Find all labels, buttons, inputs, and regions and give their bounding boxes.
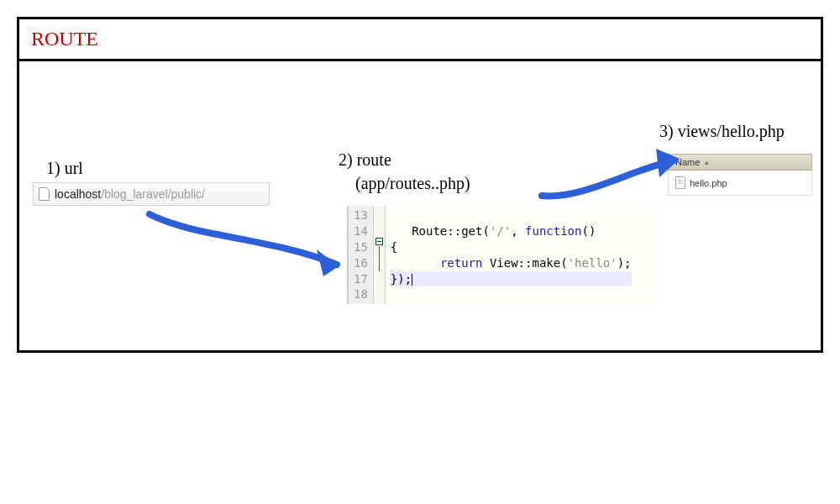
svg-marker-0 [317, 249, 339, 276]
fold-minus-icon[interactable] [375, 238, 383, 245]
page-icon [39, 187, 50, 201]
arrow-url-to-route [137, 204, 364, 297]
fold-stem [379, 246, 380, 271]
code-line: return View::make('hello'); [391, 255, 632, 271]
browser-address-bar[interactable]: localhost/blog_laravel/public/ [33, 182, 270, 206]
diagram-frame: ROUTE 1) url 2) route (app/routes..php) … [17, 17, 823, 353]
text-cursor [412, 274, 412, 286]
code-body[interactable]: Route::get('/', function() { return View… [386, 206, 637, 304]
code-line [391, 207, 632, 223]
step-2-sublabel: (app/routes..php) [355, 174, 470, 193]
step-2-label: 2) route [339, 150, 391, 170]
step-1-label: 1) url [46, 159, 83, 178]
line-number: 14 [354, 223, 368, 239]
code-line-active: }); [391, 271, 632, 287]
line-number: 13 [354, 207, 368, 223]
title-bar: ROUTE [19, 19, 821, 61]
column-header-name: Name [675, 157, 700, 167]
file-row[interactable]: hello.php [668, 171, 812, 196]
url-host: localhost [55, 187, 101, 201]
line-number-gutter: 13 14 15 16 17 18 [347, 206, 374, 304]
fold-column [374, 206, 386, 304]
line-number: 18 [354, 286, 368, 302]
code-editor: 13 14 15 16 17 18 Route::get('/', functi… [347, 206, 658, 304]
url-path: /blog_laravel/public/ [101, 187, 205, 201]
step-3-label: 3) views/hello.php [659, 122, 785, 141]
code-line: { [391, 239, 632, 255]
file-explorer: Name ▲ hello.php [668, 154, 812, 196]
file-explorer-header[interactable]: Name ▲ [668, 154, 812, 171]
line-number: 16 [354, 255, 368, 271]
line-number: 17 [354, 271, 368, 287]
diagram-canvas: 1) url 2) route (app/routes..php) 3) vie… [19, 61, 821, 352]
line-number: 15 [354, 239, 368, 255]
file-icon [675, 176, 685, 189]
sort-asc-icon: ▲ [703, 159, 710, 166]
code-line [391, 286, 632, 302]
file-name: hello.php [690, 178, 727, 188]
code-line: Route::get('/', function() [391, 223, 632, 239]
diagram-title: ROUTE [31, 28, 809, 50]
